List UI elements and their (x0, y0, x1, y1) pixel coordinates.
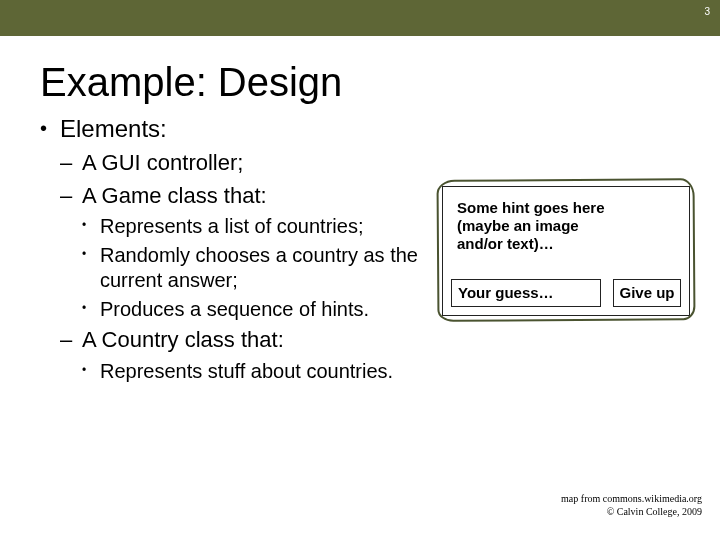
bullet-l3-sequence-hints: Produces a sequence of hints. (82, 297, 442, 322)
mockup-hint-text: Some hint goes here (maybe an image and/… (457, 199, 637, 253)
bullet-l3-random-country: Randomly chooses a country as the curren… (82, 243, 442, 293)
header-bar: 3 (0, 0, 720, 36)
bullet-l2-country-class: A Country class that: (60, 326, 720, 355)
bullet-l3-represents-countries: Represents a list of countries; (82, 214, 442, 239)
mockup-guess-input[interactable]: Your guess… (451, 279, 601, 307)
mockup-window: Some hint goes here (maybe an image and/… (442, 186, 690, 316)
mockup-giveup-button[interactable]: Give up (613, 279, 681, 307)
footer-copyright: © Calvin College, 2009 (561, 505, 702, 518)
bullet-l1-elements: Elements: (40, 115, 720, 143)
bullet-l2-gui-controller: A GUI controller; (60, 149, 720, 178)
footer-attribution: map from commons.wikimedia.org (561, 492, 702, 505)
footer-credits: map from commons.wikimedia.org © Calvin … (561, 492, 702, 518)
page-number: 3 (704, 6, 710, 17)
slide-title: Example: Design (0, 36, 720, 115)
bullet-l3-represents-stuff: Represents stuff about countries. (82, 359, 442, 384)
